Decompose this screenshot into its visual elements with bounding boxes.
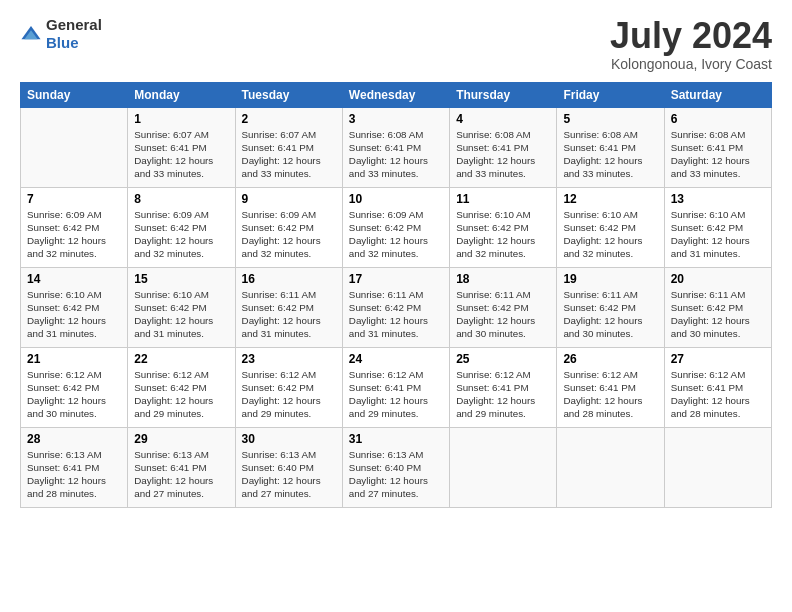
col-monday: Monday bbox=[128, 82, 235, 107]
cell-info: Sunrise: 6:11 AMSunset: 6:42 PMDaylight:… bbox=[563, 289, 642, 340]
day-number: 6 bbox=[671, 112, 765, 126]
cell-info: Sunrise: 6:13 AMSunset: 6:40 PMDaylight:… bbox=[349, 449, 428, 500]
logo-general: General bbox=[46, 16, 102, 33]
day-number: 12 bbox=[563, 192, 657, 206]
day-number: 9 bbox=[242, 192, 336, 206]
cell-info: Sunrise: 6:10 AMSunset: 6:42 PMDaylight:… bbox=[134, 289, 213, 340]
day-number: 31 bbox=[349, 432, 443, 446]
calendar-cell: 8Sunrise: 6:09 AMSunset: 6:42 PMDaylight… bbox=[128, 187, 235, 267]
calendar-cell: 12Sunrise: 6:10 AMSunset: 6:42 PMDayligh… bbox=[557, 187, 664, 267]
day-number: 11 bbox=[456, 192, 550, 206]
cell-info: Sunrise: 6:11 AMSunset: 6:42 PMDaylight:… bbox=[456, 289, 535, 340]
calendar-cell: 27Sunrise: 6:12 AMSunset: 6:41 PMDayligh… bbox=[664, 347, 771, 427]
header: General Blue July 2024 Kolongonoua, Ivor… bbox=[20, 16, 772, 72]
calendar-cell: 29Sunrise: 6:13 AMSunset: 6:41 PMDayligh… bbox=[128, 427, 235, 507]
cell-info: Sunrise: 6:10 AMSunset: 6:42 PMDaylight:… bbox=[456, 209, 535, 260]
calendar-cell: 7Sunrise: 6:09 AMSunset: 6:42 PMDaylight… bbox=[21, 187, 128, 267]
cell-info: Sunrise: 6:11 AMSunset: 6:42 PMDaylight:… bbox=[671, 289, 750, 340]
cell-info: Sunrise: 6:10 AMSunset: 6:42 PMDaylight:… bbox=[563, 209, 642, 260]
cell-info: Sunrise: 6:12 AMSunset: 6:42 PMDaylight:… bbox=[242, 369, 321, 420]
week-row-3: 14Sunrise: 6:10 AMSunset: 6:42 PMDayligh… bbox=[21, 267, 772, 347]
calendar-cell: 19Sunrise: 6:11 AMSunset: 6:42 PMDayligh… bbox=[557, 267, 664, 347]
calendar-cell: 26Sunrise: 6:12 AMSunset: 6:41 PMDayligh… bbox=[557, 347, 664, 427]
day-number: 26 bbox=[563, 352, 657, 366]
cell-info: Sunrise: 6:08 AMSunset: 6:41 PMDaylight:… bbox=[456, 129, 535, 180]
calendar-cell: 4Sunrise: 6:08 AMSunset: 6:41 PMDaylight… bbox=[450, 107, 557, 187]
page: General Blue July 2024 Kolongonoua, Ivor… bbox=[0, 0, 792, 612]
logo: General Blue bbox=[20, 16, 102, 52]
calendar-cell: 5Sunrise: 6:08 AMSunset: 6:41 PMDaylight… bbox=[557, 107, 664, 187]
day-number: 28 bbox=[27, 432, 121, 446]
calendar-cell: 25Sunrise: 6:12 AMSunset: 6:41 PMDayligh… bbox=[450, 347, 557, 427]
day-number: 7 bbox=[27, 192, 121, 206]
logo-icon bbox=[20, 23, 42, 45]
calendar-cell: 30Sunrise: 6:13 AMSunset: 6:40 PMDayligh… bbox=[235, 427, 342, 507]
day-number: 15 bbox=[134, 272, 228, 286]
day-number: 1 bbox=[134, 112, 228, 126]
cell-info: Sunrise: 6:13 AMSunset: 6:40 PMDaylight:… bbox=[242, 449, 321, 500]
calendar-cell bbox=[21, 107, 128, 187]
calendar-cell: 16Sunrise: 6:11 AMSunset: 6:42 PMDayligh… bbox=[235, 267, 342, 347]
title-block: July 2024 Kolongonoua, Ivory Coast bbox=[610, 16, 772, 72]
day-number: 16 bbox=[242, 272, 336, 286]
day-number: 10 bbox=[349, 192, 443, 206]
cell-info: Sunrise: 6:12 AMSunset: 6:41 PMDaylight:… bbox=[563, 369, 642, 420]
calendar-cell: 22Sunrise: 6:12 AMSunset: 6:42 PMDayligh… bbox=[128, 347, 235, 427]
calendar-table: Sunday Monday Tuesday Wednesday Thursday… bbox=[20, 82, 772, 508]
cell-info: Sunrise: 6:10 AMSunset: 6:42 PMDaylight:… bbox=[671, 209, 750, 260]
week-row-2: 7Sunrise: 6:09 AMSunset: 6:42 PMDaylight… bbox=[21, 187, 772, 267]
day-number: 18 bbox=[456, 272, 550, 286]
calendar-cell: 24Sunrise: 6:12 AMSunset: 6:41 PMDayligh… bbox=[342, 347, 449, 427]
calendar-cell: 20Sunrise: 6:11 AMSunset: 6:42 PMDayligh… bbox=[664, 267, 771, 347]
cell-info: Sunrise: 6:12 AMSunset: 6:41 PMDaylight:… bbox=[671, 369, 750, 420]
day-number: 3 bbox=[349, 112, 443, 126]
cell-info: Sunrise: 6:08 AMSunset: 6:41 PMDaylight:… bbox=[349, 129, 428, 180]
calendar-cell: 21Sunrise: 6:12 AMSunset: 6:42 PMDayligh… bbox=[21, 347, 128, 427]
cell-info: Sunrise: 6:07 AMSunset: 6:41 PMDaylight:… bbox=[134, 129, 213, 180]
main-title: July 2024 bbox=[610, 16, 772, 56]
day-number: 29 bbox=[134, 432, 228, 446]
col-thursday: Thursday bbox=[450, 82, 557, 107]
calendar-cell: 13Sunrise: 6:10 AMSunset: 6:42 PMDayligh… bbox=[664, 187, 771, 267]
header-row: Sunday Monday Tuesday Wednesday Thursday… bbox=[21, 82, 772, 107]
calendar-cell: 10Sunrise: 6:09 AMSunset: 6:42 PMDayligh… bbox=[342, 187, 449, 267]
week-row-5: 28Sunrise: 6:13 AMSunset: 6:41 PMDayligh… bbox=[21, 427, 772, 507]
calendar-cell bbox=[450, 427, 557, 507]
cell-info: Sunrise: 6:09 AMSunset: 6:42 PMDaylight:… bbox=[27, 209, 106, 260]
calendar-cell: 2Sunrise: 6:07 AMSunset: 6:41 PMDaylight… bbox=[235, 107, 342, 187]
calendar-cell: 23Sunrise: 6:12 AMSunset: 6:42 PMDayligh… bbox=[235, 347, 342, 427]
day-number: 27 bbox=[671, 352, 765, 366]
cell-info: Sunrise: 6:12 AMSunset: 6:42 PMDaylight:… bbox=[27, 369, 106, 420]
calendar-cell: 1Sunrise: 6:07 AMSunset: 6:41 PMDaylight… bbox=[128, 107, 235, 187]
cell-info: Sunrise: 6:12 AMSunset: 6:42 PMDaylight:… bbox=[134, 369, 213, 420]
calendar-cell: 14Sunrise: 6:10 AMSunset: 6:42 PMDayligh… bbox=[21, 267, 128, 347]
cell-info: Sunrise: 6:13 AMSunset: 6:41 PMDaylight:… bbox=[27, 449, 106, 500]
day-number: 21 bbox=[27, 352, 121, 366]
calendar-cell: 6Sunrise: 6:08 AMSunset: 6:41 PMDaylight… bbox=[664, 107, 771, 187]
calendar-cell: 15Sunrise: 6:10 AMSunset: 6:42 PMDayligh… bbox=[128, 267, 235, 347]
day-number: 25 bbox=[456, 352, 550, 366]
col-wednesday: Wednesday bbox=[342, 82, 449, 107]
cell-info: Sunrise: 6:12 AMSunset: 6:41 PMDaylight:… bbox=[456, 369, 535, 420]
week-row-1: 1Sunrise: 6:07 AMSunset: 6:41 PMDaylight… bbox=[21, 107, 772, 187]
calendar-cell bbox=[664, 427, 771, 507]
day-number: 20 bbox=[671, 272, 765, 286]
day-number: 30 bbox=[242, 432, 336, 446]
col-tuesday: Tuesday bbox=[235, 82, 342, 107]
day-number: 22 bbox=[134, 352, 228, 366]
calendar-cell: 11Sunrise: 6:10 AMSunset: 6:42 PMDayligh… bbox=[450, 187, 557, 267]
logo-blue: Blue bbox=[46, 34, 79, 51]
col-saturday: Saturday bbox=[664, 82, 771, 107]
cell-info: Sunrise: 6:07 AMSunset: 6:41 PMDaylight:… bbox=[242, 129, 321, 180]
calendar-cell: 28Sunrise: 6:13 AMSunset: 6:41 PMDayligh… bbox=[21, 427, 128, 507]
day-number: 2 bbox=[242, 112, 336, 126]
cell-info: Sunrise: 6:08 AMSunset: 6:41 PMDaylight:… bbox=[563, 129, 642, 180]
day-number: 5 bbox=[563, 112, 657, 126]
calendar-cell: 3Sunrise: 6:08 AMSunset: 6:41 PMDaylight… bbox=[342, 107, 449, 187]
cell-info: Sunrise: 6:08 AMSunset: 6:41 PMDaylight:… bbox=[671, 129, 750, 180]
day-number: 17 bbox=[349, 272, 443, 286]
col-sunday: Sunday bbox=[21, 82, 128, 107]
calendar-cell: 9Sunrise: 6:09 AMSunset: 6:42 PMDaylight… bbox=[235, 187, 342, 267]
day-number: 23 bbox=[242, 352, 336, 366]
cell-info: Sunrise: 6:09 AMSunset: 6:42 PMDaylight:… bbox=[242, 209, 321, 260]
